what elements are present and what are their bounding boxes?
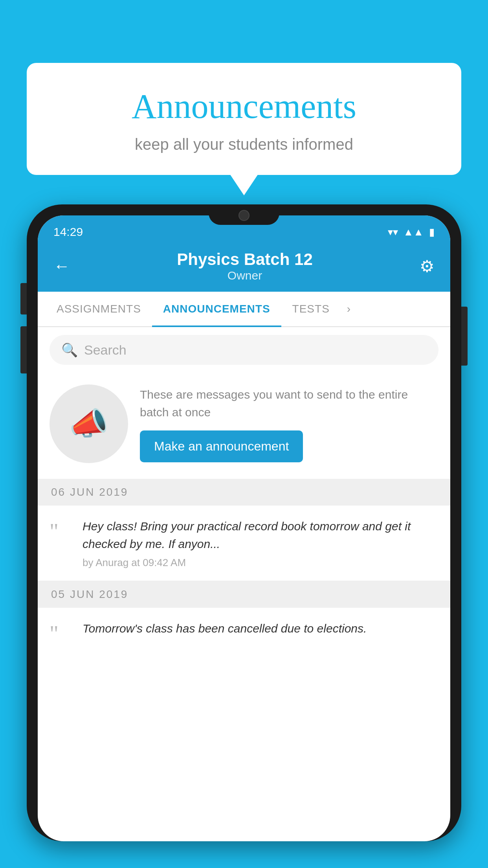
announcement-item-1[interactable]: " Hey class! Bring your practical record… [38,506,450,581]
search-bar[interactable]: 🔍 Search [50,335,438,365]
phone-notch [209,204,279,225]
promo-section: 📣 These are messages you want to send to… [38,373,450,479]
tab-more[interactable]: › [341,292,357,326]
batch-role: Owner [70,269,420,282]
announcement-text-1: Hey class! Bring your practical record b… [83,517,438,553]
speech-bubble: Announcements keep all your students inf… [27,63,461,175]
status-time: 14:29 [53,225,388,239]
search-icon: 🔍 [61,342,78,358]
wifi-icon: ▾▾ [388,226,398,238]
megaphone-icon: 📣 [69,405,108,442]
tabs-bar: ASSIGNMENTS ANNOUNCEMENTS TESTS › [38,292,450,327]
promo-icon-circle: 📣 [50,384,128,463]
announcement-text-2: Tomorrow's class has been cancelled due … [83,620,438,637]
date-label-1: 06 JUN 2019 [51,486,128,498]
settings-button[interactable]: ⚙ [420,257,435,276]
announcement-content-1: Hey class! Bring your practical record b… [83,517,438,569]
phone-button-left2 [20,326,27,373]
make-announcement-button[interactable]: Make an announcement [140,430,303,462]
speech-bubble-title: Announcements [42,86,446,126]
back-button[interactable]: ← [53,257,70,276]
quote-icon-1: " [50,520,73,542]
phone-mockup: 14:29 ▾▾ ▲▲ ▮ ← Physics Batch 12 Owner ⚙… [27,204,461,868]
tab-tests[interactable]: TESTS [281,292,341,326]
phone-button-left [20,283,27,314]
announcement-item-2[interactable]: " Tomorrow's class has been cancelled du… [38,608,450,657]
status-icons: ▾▾ ▲▲ ▮ [388,226,435,238]
date-divider-2: 05 JUN 2019 [38,581,450,608]
search-container: 🔍 Search [38,327,450,373]
promo-description: These are messages you want to send to t… [140,386,438,421]
speech-bubble-subtitle: keep all your students informed [42,136,446,153]
phone-button-right [461,307,468,366]
batch-title: Physics Batch 12 [70,250,420,269]
speech-bubble-container: Announcements keep all your students inf… [27,63,461,175]
app-header: ← Physics Batch 12 Owner ⚙ [38,243,450,292]
promo-content: These are messages you want to send to t… [140,386,438,462]
phone-outer: 14:29 ▾▾ ▲▲ ▮ ← Physics Batch 12 Owner ⚙… [27,204,461,841]
phone-camera [238,210,250,221]
tab-assignments[interactable]: ASSIGNMENTS [46,292,152,326]
phone-screen: 14:29 ▾▾ ▲▲ ▮ ← Physics Batch 12 Owner ⚙… [38,215,450,841]
date-divider-1: 06 JUN 2019 [38,479,450,506]
tab-announcements[interactable]: ANNOUNCEMENTS [152,292,281,326]
date-label-2: 05 JUN 2019 [51,588,128,600]
search-placeholder: Search [84,342,127,358]
header-center: Physics Batch 12 Owner [70,250,420,282]
quote-icon-2: " [50,623,73,645]
announcement-content-2: Tomorrow's class has been cancelled due … [83,620,438,641]
announcement-meta-1: by Anurag at 09:42 AM [83,557,438,569]
battery-icon: ▮ [429,226,435,238]
signal-icon: ▲▲ [404,226,424,238]
